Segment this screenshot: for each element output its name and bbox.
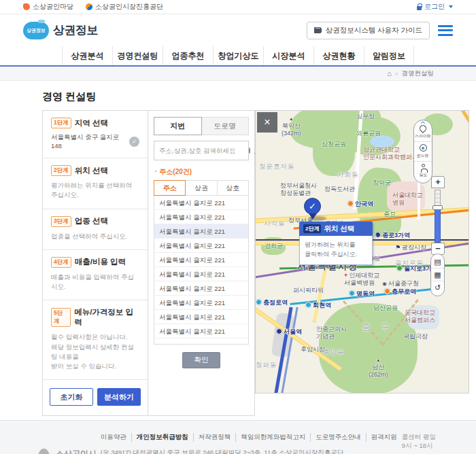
undo-icon[interactable]: ↺ bbox=[431, 281, 444, 294]
map-label: 심우장 bbox=[356, 113, 375, 120]
subtab-sangho[interactable]: 상호 bbox=[218, 180, 249, 196]
map-label: 인제대학교 서울백병원 bbox=[344, 272, 379, 287]
step1-selected-address: 서울특별시 중구 을지로 148 bbox=[51, 133, 129, 150]
map-road bbox=[313, 267, 328, 322]
analyze-button[interactable]: 분석하기 bbox=[97, 388, 141, 406]
ruler-icon[interactable]: ▤ bbox=[431, 256, 444, 268]
list-item-selected[interactable]: 서울특별시 을지로 221 bbox=[154, 224, 248, 239]
sobiz-madang-logo[interactable]: 소상공인마당 bbox=[23, 2, 73, 12]
step5-title: 메뉴/가격정보 입력 bbox=[74, 307, 139, 328]
nav-consulting[interactable]: 경영컨설팅 bbox=[112, 46, 163, 65]
map-label: 국립극장 bbox=[403, 333, 428, 340]
list-item[interactable]: 서울특별시 을지로 221 bbox=[154, 210, 248, 224]
map-label: 중 구 bbox=[362, 322, 393, 332]
sobiz-madang-icon bbox=[23, 3, 30, 10]
list-item[interactable]: 서울특별시 을지로 221 bbox=[154, 253, 248, 267]
map-label-station: 회현역 bbox=[305, 302, 331, 309]
menu-icon[interactable] bbox=[438, 25, 453, 36]
login-label: 로그인 bbox=[424, 2, 445, 12]
step1-badge: 1단계 bbox=[51, 118, 71, 128]
home-icon[interactable]: ⌂ bbox=[387, 69, 392, 77]
step4-badge: 4단계 bbox=[51, 257, 71, 268]
semas-label: 소상공인시장진흥공단 bbox=[95, 2, 163, 12]
nav-sangwon-status[interactable]: 상권현황 bbox=[313, 46, 364, 65]
footer-address: (우 34917) 대전광역시 중구 보문로 246 대림빌딩 2~3층, 11… bbox=[101, 449, 402, 454]
footer-link-disclaimer[interactable]: 책임의한계와법적고지 bbox=[236, 433, 311, 442]
login-button[interactable]: 로그인 bbox=[417, 2, 453, 12]
list-item[interactable]: 서울특별시 을지로 221 bbox=[154, 267, 248, 281]
map-label-station: 종로3가역 bbox=[375, 232, 410, 239]
list-item[interactable]: 서울특별시 을지로 221 bbox=[154, 324, 248, 338]
footer-link-terms[interactable]: 이용약관 bbox=[101, 433, 132, 442]
footer-link-copyright-policy[interactable]: 저작권정책 bbox=[194, 433, 237, 442]
header: 상권정보 상권정보 상권정보시스템 사용자 가이드 bbox=[0, 14, 476, 46]
top-utility-bar: 소상공인마당 소상공인시장진흥공단 로그인 bbox=[0, 0, 476, 14]
footer-logo-icon bbox=[37, 449, 50, 454]
map-label: 창덕궁 bbox=[373, 179, 391, 187]
nav-market-analysis[interactable]: 시장분석 bbox=[263, 46, 313, 65]
zoom-slider-handle[interactable] bbox=[432, 205, 443, 210]
nav-sangwon-analysis[interactable]: 상권분석 bbox=[62, 46, 112, 65]
search-input[interactable] bbox=[159, 147, 249, 154]
map-label: 후암동 bbox=[323, 348, 345, 356]
step-sales-cost: 4단계 매출/비용 입력 매출과 비용을 입력하여 주십시오. bbox=[43, 250, 148, 301]
confirm-button[interactable]: 확인 bbox=[182, 352, 220, 368]
map-measure-tools: ▤ ▦ ↺ bbox=[430, 254, 445, 296]
map-label: 동국대학교 서울캠퍼스 bbox=[405, 309, 435, 325]
tab-jibun[interactable]: 지번 bbox=[154, 117, 202, 135]
semas-logo[interactable]: 소상공인시장진흥공단 bbox=[86, 2, 163, 12]
step-region: 1단계 지역 선택 서울특별시 중구 을지로 148 ✓ bbox=[43, 111, 148, 158]
list-item[interactable]: 서울특별시 을지로 221 bbox=[154, 281, 248, 296]
sobiz-madang-label: 소상공인마당 bbox=[33, 2, 73, 12]
zoom-in-button[interactable]: + bbox=[431, 176, 445, 188]
footer-link-privacy[interactable]: 개인정보취급방침 bbox=[132, 433, 194, 442]
footer-link-road-address[interactable]: 도로명주소안내 bbox=[311, 433, 367, 442]
map-canvas[interactable]: 심우장 북악산 (342m) 와룡공원 삼청공원 성균관대학교 인문사회과학캠퍼… bbox=[255, 110, 469, 394]
map-label: 안중근의사 기념관 bbox=[316, 326, 347, 341]
subtab-sangwon[interactable]: 상권 bbox=[186, 180, 217, 196]
user-guide-label: 상권정보시스템 사용자 가이드 bbox=[326, 26, 422, 35]
nav-upjong-recommend[interactable]: 업종추천 bbox=[163, 46, 213, 65]
list-item[interactable]: 서울특별시 을지로 221 bbox=[154, 310, 248, 324]
roadview-icon bbox=[420, 144, 427, 152]
map-label: 정독도서관 bbox=[324, 186, 355, 193]
density-button[interactable]: 밀도 bbox=[414, 162, 432, 180]
callcenter-hours: 콜센터 평일 9시 ~ 18시 bbox=[402, 433, 441, 451]
search-box bbox=[154, 141, 249, 160]
area-icon[interactable]: ▦ bbox=[431, 268, 444, 281]
footer-link-remote-support[interactable]: 원격지원 bbox=[367, 433, 402, 442]
footer: 소상공인시장진흥공단 이용약관 개인정보취급방침 저작권정책 책임의한계와법적고… bbox=[0, 420, 476, 454]
list-item[interactable]: 서울특별시 을지로 221 bbox=[154, 296, 248, 310]
reset-button[interactable]: 초기화 bbox=[50, 388, 93, 406]
location-pin-icon: ✓ bbox=[304, 198, 321, 224]
main-nav: 상권분석 경영컨설팅 업종추천 창업기상도 시장분석 상권현황 알림정보 bbox=[0, 46, 476, 67]
site-logo[interactable]: 상권정보 상권정보 bbox=[23, 22, 98, 39]
user-guide-button[interactable]: 상권정보시스템 사용자 가이드 bbox=[307, 22, 430, 39]
map-label-station: 서울역 bbox=[276, 328, 302, 336]
list-item[interactable]: 서울특별시 을지로 221 bbox=[154, 196, 248, 210]
step-location: 2단계 위치 선택 평가하려는 위치를 선택하여 주십시오. bbox=[43, 158, 148, 209]
map-label: 서울중구청 bbox=[382, 280, 419, 287]
lock-icon bbox=[417, 6, 422, 10]
footer-org-name: 소상공인시장진흥공단 bbox=[56, 449, 101, 454]
site-title: 상권정보 bbox=[53, 22, 98, 38]
list-item[interactable]: 서울특별시 을지로 221 bbox=[154, 239, 248, 253]
nav-notice[interactable]: 알림정보 bbox=[364, 46, 414, 65]
nav-startup-weather[interactable]: 창업기상도 bbox=[213, 46, 263, 65]
skyview-button[interactable]: 스카이뷰 bbox=[414, 123, 432, 142]
map-label-station: 안국역 bbox=[347, 200, 373, 208]
map-label: 퍼시픽타워 bbox=[293, 287, 324, 294]
map-label: 삼청공원 bbox=[322, 141, 346, 148]
map-label: 광장시장 bbox=[395, 244, 426, 251]
subtab-address[interactable]: 주소 bbox=[154, 180, 186, 196]
roadview-button[interactable]: 로드뷰 bbox=[414, 142, 432, 162]
tab-road-name[interactable]: 도로명 bbox=[202, 117, 250, 135]
tooltip-title: 위치 선택 bbox=[324, 224, 354, 234]
semas-icon bbox=[86, 3, 92, 10]
step-upjong: 3단계 업종 선택 업종을 선택하여 주십시오. bbox=[43, 209, 148, 250]
step4-desc: 매출과 비용을 입력하여 주십시오. bbox=[51, 273, 139, 292]
close-icon[interactable]: × bbox=[257, 112, 277, 133]
map-label: 가회동 bbox=[337, 171, 359, 179]
search-icon[interactable] bbox=[249, 147, 250, 154]
map-label: 성균관대학교 인문사회과학캠퍼스 bbox=[363, 146, 418, 162]
